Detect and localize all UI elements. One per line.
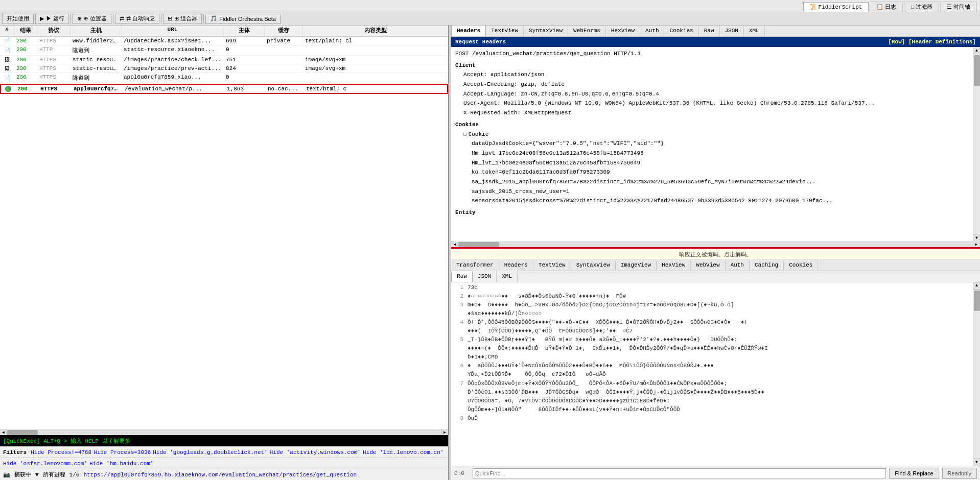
request-method-line: POST /evaluation_wechat/practices/get_qu… bbox=[455, 49, 976, 59]
scroll-left-arrow[interactable]: ◀ bbox=[0, 429, 7, 436]
v-scroll-track bbox=[973, 54, 981, 234]
orchestra-btn[interactable]: 🎵 Fiddler Orchestra Beta bbox=[205, 14, 281, 24]
expand-icon[interactable]: ⊟ bbox=[463, 130, 467, 139]
req-h-scroll-thumb[interactable] bbox=[458, 242, 499, 247]
tab-raw[interactable]: Raw bbox=[699, 26, 720, 36]
resp-tab-headers[interactable]: Headers bbox=[499, 260, 533, 271]
scroll-track[interactable] bbox=[7, 430, 441, 435]
response-decode-bar[interactable]: 响应正文被编码。点击解码。 bbox=[451, 249, 980, 260]
table-row[interactable]: 🖼 200 HTTPS static-resource.xiaoekn... /… bbox=[0, 56, 448, 64]
response-tabs-row: Transformer Headers TextView SyntaxView … bbox=[451, 260, 980, 271]
resp-tab-textview[interactable]: TextView bbox=[533, 260, 571, 271]
col-content-type: 内容类型 bbox=[303, 26, 448, 36]
scroll-right-arrow[interactable]: ▶ bbox=[441, 429, 448, 436]
header-definitions-link[interactable]: [Row] [Header Definitions] bbox=[888, 39, 976, 45]
start-use-btn[interactable]: 开始使用 bbox=[2, 14, 34, 24]
toolbar-sep4 bbox=[203, 14, 204, 23]
tab-hexview[interactable]: HexView bbox=[606, 26, 640, 36]
timeline-icon: ☰ bbox=[947, 4, 952, 10]
tab-xml[interactable]: XML bbox=[744, 26, 765, 36]
resp-v-scroll-thumb[interactable] bbox=[974, 291, 980, 311]
req-h-scroll-right[interactable]: ▶ bbox=[973, 242, 980, 248]
line-content: b♦1♦♦;ĊMĎ bbox=[468, 353, 498, 362]
row-content-type bbox=[303, 73, 448, 83]
resp-v-scroll-down[interactable]: ▼ bbox=[973, 459, 981, 466]
table-row[interactable]: 📄 200 HTTP 隧道到 static-resource.xiaoekno.… bbox=[0, 45, 448, 56]
tab-fiddlerscript[interactable]: 📜 FiddlerScript bbox=[803, 2, 869, 12]
filters-label: Filters bbox=[3, 449, 27, 455]
v-scrollbar[interactable]: ▲ ▼ bbox=[973, 47, 980, 241]
right-bottom-bar: 0:0 Find & Replace Readonly bbox=[451, 466, 980, 480]
filter-link-2[interactable]: Hide Process=3036 bbox=[94, 449, 151, 455]
tab-json[interactable]: JSON bbox=[720, 26, 744, 36]
tab-webforms[interactable]: WebForms bbox=[568, 26, 606, 36]
scroll-thumb[interactable] bbox=[7, 430, 38, 435]
cookies-label: Cookies bbox=[455, 120, 976, 130]
response-line: U7ŎŎŎŎŎa=, ♦Ŏ, 7♦vTŎV:ĊŎŎŎŎŎŎaĊŎŎC♦Ŷ♦♦>Ď… bbox=[453, 397, 978, 405]
combine-btn[interactable]: ⊞ ⊞ 组合器 bbox=[163, 14, 202, 24]
col-url: URL bbox=[122, 26, 224, 36]
req-h-scroll[interactable]: ◀ ▶ bbox=[451, 241, 980, 247]
subtab-raw[interactable]: Raw bbox=[451, 271, 473, 282]
green-dot-icon bbox=[5, 86, 11, 92]
response-line: 173b bbox=[453, 283, 978, 292]
row-body: 0 bbox=[224, 73, 265, 83]
tab-headers[interactable]: Headers bbox=[451, 26, 486, 36]
resp-tab-webview[interactable]: WebView bbox=[691, 260, 725, 271]
line-content: ♦ŝac♦♦♦♦♦♦♦kĎ/)Ďn○○○○○ bbox=[468, 309, 542, 318]
line-number bbox=[453, 397, 463, 405]
resp-tab-transformer[interactable]: Transformer bbox=[451, 260, 499, 271]
resp-tab-cookies[interactable]: Cookies bbox=[784, 260, 818, 271]
filter-link-7[interactable]: Hide 'hm.baidu.com' bbox=[89, 461, 153, 467]
run-icon: ▶ bbox=[40, 15, 44, 22]
cookie-label-row: ⊟ Cookie bbox=[455, 130, 976, 139]
resp-tab-caching[interactable]: Caching bbox=[750, 260, 784, 271]
entity-section: Entity bbox=[455, 208, 976, 218]
v-scroll-up-btn[interactable]: ▲ bbox=[973, 47, 981, 54]
tab-textview[interactable]: TextView bbox=[486, 26, 524, 36]
line-content: Ŏ!'Ď',ŎŎŎ46ŎŎBŎ9ŎŎŎ$♦♦♦♦("♦♦-♦Ŏ-♦C♦♦ XĎŎ… bbox=[468, 318, 748, 327]
resp-tab-auth[interactable]: Auth bbox=[726, 260, 750, 271]
tab-auth[interactable]: Auth bbox=[640, 26, 664, 36]
filter-link-4[interactable]: Hide 'activity.windows.com' bbox=[270, 449, 361, 455]
row-content-type: text/plain; cl bbox=[303, 37, 448, 45]
subtab-xml[interactable]: XML bbox=[497, 271, 518, 282]
readonly-btn[interactable]: Readonly bbox=[942, 468, 977, 479]
run-btn[interactable]: ▶ ▶ 运行 bbox=[35, 14, 69, 24]
subtab-json[interactable]: JSON bbox=[473, 271, 497, 282]
filter-link-6[interactable]: Hide 'osfsr.lenovomm.com' bbox=[3, 461, 87, 467]
line-content: ŎuĎ bbox=[468, 414, 478, 423]
row-icon-cell bbox=[1, 85, 15, 93]
row-cache: private bbox=[265, 37, 303, 45]
locator-btn[interactable]: ⊕ ⊕ 位置器 bbox=[73, 14, 111, 24]
h-scroll-area[interactable]: ◀ ▶ bbox=[0, 429, 448, 435]
resp-v-scrollbar[interactable]: ▲ ▼ bbox=[973, 282, 980, 466]
table-row[interactable]: 📄 200 HTTPS 隧道到 appl0u0rcfq7859.xiao... … bbox=[0, 73, 448, 83]
resp-tab-syntaxview[interactable]: SyntaxView bbox=[571, 260, 616, 271]
tab-filter[interactable]: ☐ 过滤器 bbox=[904, 2, 939, 12]
resp-tab-hexview[interactable]: HexView bbox=[657, 260, 691, 271]
table-row-selected[interactable]: 200 HTTPS appl0u0rcfq7859.h5.xiaoeknow.c… bbox=[0, 84, 448, 94]
req-h-scroll-track[interactable] bbox=[458, 242, 973, 247]
tab-cookies[interactable]: Cookies bbox=[664, 26, 698, 36]
table-row[interactable]: 📄 200 HTTPS www.fiddler2.com /UpdateChec… bbox=[0, 37, 448, 45]
auto-respond-btn[interactable]: ⇄ ⇄ 自动响应 bbox=[115, 14, 159, 24]
app-container: 📜 FiddlerScript 📋 日志 ☐ 过滤器 ☰ 时间轴 开始使用 ▶ … bbox=[0, 0, 980, 480]
tab-log[interactable]: 📋 日志 bbox=[870, 2, 903, 12]
tab-timeline[interactable]: ☰ 时间轴 bbox=[940, 2, 977, 12]
filter-link-1[interactable]: Hide Process!=4768 bbox=[31, 449, 91, 455]
resp-tab-imageview[interactable]: ImageView bbox=[616, 260, 657, 271]
cookie-item-6: sajssdk_2015_cross_new_user=1 bbox=[455, 187, 976, 197]
v-scroll-down-btn[interactable]: ▼ bbox=[973, 234, 981, 241]
filter-link-5[interactable]: Hide 'ldc.lenovo.com.cn' bbox=[363, 449, 444, 455]
response-subtabs-row: Raw JSON XML bbox=[451, 271, 980, 282]
v-scroll-thumb[interactable] bbox=[974, 55, 980, 86]
find-replace-btn[interactable]: Find & Replace bbox=[889, 468, 939, 479]
tab-syntaxview[interactable]: SyntaxView bbox=[524, 26, 568, 36]
req-h-scroll-left[interactable]: ◀ bbox=[451, 242, 458, 248]
filter-link-3[interactable]: Hide 'googleads.g.doubleclick.net' bbox=[153, 449, 267, 455]
quickfind-input[interactable] bbox=[473, 468, 886, 478]
resp-v-scroll-up[interactable]: ▲ bbox=[973, 282, 981, 290]
response-line: 2♦○○○○○○○○○♦♦ s♦8Ď♦♦Ŏs6ŏaNŎ-Ŷ♦0'♦♦♦♦♦+n)… bbox=[453, 292, 978, 301]
table-row[interactable]: 🖼 200 HTTPS static-resource.xiaoekn... /… bbox=[0, 64, 448, 73]
